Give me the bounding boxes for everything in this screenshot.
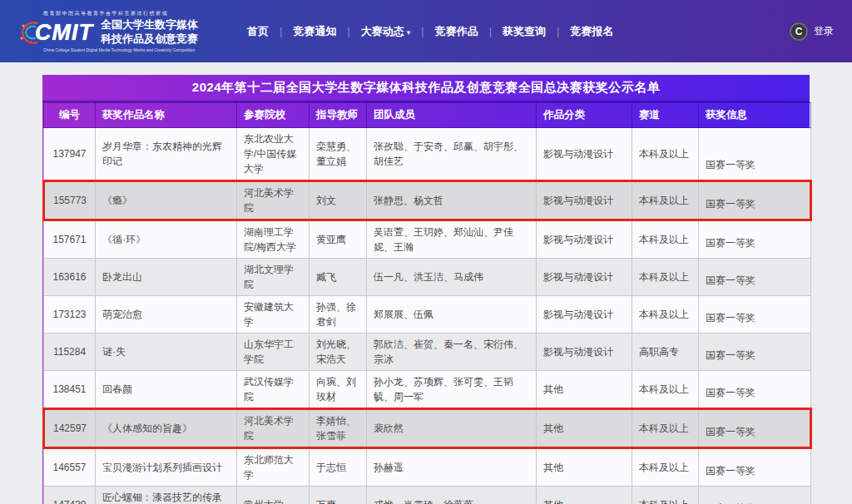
awards-table-card: 2024年第十二届全国大学生数字媒体科技作品及创意竞赛全国总决赛获奖公示名单 编… — [42, 75, 810, 504]
column-header: 编号 — [44, 103, 96, 128]
cell-members: 张静思、杨文哲 — [367, 181, 537, 220]
cell-teachers: 刘光晓、宋浩天 — [310, 334, 367, 371]
table-row: 137947岁月华章：东农精神的光辉印记东北农业大学/中国传媒大学栾慧勇、董立娟… — [44, 128, 811, 181]
page-content: 2024年第十二届全国大学生数字媒体科技作品及创意竞赛全国总决赛获奖公示名单 编… — [0, 75, 852, 504]
nav-item-5[interactable]: 获奖查询 — [492, 24, 557, 39]
column-header: 团队成员 — [367, 103, 537, 128]
cell-id: 115284 — [44, 334, 96, 371]
nav-item-4[interactable]: 竞赛作品 — [424, 24, 489, 39]
cell-teachers: 刘文 — [310, 181, 367, 220]
cell-track: 本科及以上 — [632, 487, 699, 504]
cell-members: 郭欣洁、崔贺、秦一名、宋衍伟、宗冰 — [367, 334, 537, 371]
cell-members: 张孜聪、于安奇、邱赢、胡宇彤、胡佳艺 — [367, 128, 537, 181]
cell-award: 国赛一等奖 — [699, 371, 811, 409]
cell-award: 国赛一等奖 — [699, 296, 811, 334]
cell-track: 本科及以上 — [632, 181, 699, 220]
cell-school: 常州大学 — [237, 487, 310, 504]
table-row: 155773《瘾》河北美术学院刘文张静思、杨文哲影视与动漫设计本科及以上国赛一等… — [44, 181, 811, 220]
cell-category: 影视与动漫设计 — [537, 259, 632, 296]
cell-members: 孙小龙、苏项辉、张可雯、王韬毓、周一军 — [367, 371, 537, 409]
cell-teachers: 栾慧勇、董立娟 — [310, 128, 367, 181]
column-header: 指导教师 — [310, 103, 367, 128]
cell-track: 高职高专 — [632, 334, 699, 371]
cell-track: 本科及以上 — [632, 371, 699, 409]
cell-award: 国赛一等奖 — [699, 487, 811, 504]
cell-track: 本科及以上 — [632, 448, 699, 487]
cell-members: 伍一凡、洪玉洁、马成伟 — [367, 259, 537, 296]
cell-members: 戎烨、肖震琦、徐薇薇 — [367, 487, 537, 504]
logo-swirl-icon — [18, 18, 40, 47]
cell-work: 岁月华章：东农精神的光辉印记 — [96, 128, 237, 181]
table-row: 142597《人体感知的旨趣》河北美术学院李婧怡、张雪菲裴欣然其他本科及以上国赛… — [44, 409, 811, 448]
nav-item-1[interactable]: 首页 — [236, 24, 280, 39]
cell-award: 国赛一等奖 — [699, 128, 811, 181]
cell-id: 142597 — [44, 409, 96, 448]
cell-teachers: 向琬、刘玫材 — [310, 371, 367, 409]
cell-school: 山东华宇工学院 — [237, 334, 310, 371]
cell-school: 河北美术学院 — [237, 409, 310, 448]
cell-award: 国赛一等奖 — [699, 334, 811, 371]
cell-school: 湖北文理学院 — [237, 259, 310, 296]
cell-school: 河北美术学院 — [237, 181, 310, 220]
login-button[interactable]: C 登录 — [790, 22, 834, 41]
cell-work: 宝贝漫游计划系列插画设计 — [96, 448, 237, 487]
table-row: 173123萌宠治愈安徽建筑大学孙强、徐君剑郑展展、伍佩影视与动漫设计本科及以上… — [44, 296, 811, 334]
cell-school: 东北师范大学 — [237, 448, 310, 487]
main-nav: 首页|竞赛通知|大赛动态▾|竞赛作品|获奖查询|竞赛报名 — [236, 24, 624, 39]
cell-id: 137947 — [44, 128, 96, 181]
cell-teachers: 于志恒 — [310, 448, 367, 487]
table-row: 115284谜·失山东华宇工学院刘光晓、宋浩天郭欣洁、崔贺、秦一名、宋衍伟、宗冰… — [44, 334, 811, 371]
column-header: 参赛院校 — [237, 103, 310, 128]
table-row: 146557宝贝漫游计划系列插画设计东北师范大学于志恒孙赫遥其他本科及以上国赛一… — [44, 448, 811, 487]
cell-school: 安徽建筑大学 — [237, 296, 310, 334]
site-logo[interactable]: 教育部中国高等教育学会学科竞赛排行榜赛项 CMIT 全国大学生数字媒体 科技作品… — [18, 10, 198, 52]
cell-teachers: 李婧怡、张雪菲 — [310, 409, 367, 448]
column-header: 获奖作品名称 — [96, 103, 237, 128]
cell-school: 东北农业大学/中国传媒大学 — [237, 128, 310, 181]
nav-item-3[interactable]: 大赛动态▾ — [350, 24, 422, 39]
table-title: 2024年第十二届全国大学生数字媒体科技作品及创意竞赛全国总决赛获奖公示名单 — [42, 75, 810, 102]
table-row: 147439匠心螺钿：漆器技艺的传承与创新常州大学万爽戎烨、肖震琦、徐薇薇其他本… — [44, 487, 811, 504]
cell-category: 影视与动漫设计 — [537, 181, 632, 220]
cell-teachers: 臧飞 — [310, 259, 367, 296]
cell-work: 回春颜 — [96, 371, 237, 409]
cell-teachers: 孙强、徐君剑 — [310, 296, 367, 334]
cell-award: 国赛一等奖 — [699, 448, 811, 487]
cell-award: 国赛一等奖 — [699, 181, 811, 220]
table-row: 163616卧龙出山湖北文理学院臧飞伍一凡、洪玉洁、马成伟影视与动漫设计本科及以… — [44, 259, 811, 296]
cell-award: 国赛一等奖 — [699, 259, 811, 296]
cell-track: 本科及以上 — [632, 409, 699, 448]
site-header: 教育部中国高等教育学会学科竞赛排行榜赛项 CMIT 全国大学生数字媒体 科技作品… — [0, 0, 852, 62]
table-row: 138451回春颜武汉传媒学院向琬、刘玫材孙小龙、苏项辉、张可雯、王韬毓、周一军… — [44, 371, 811, 409]
table-head: 编号获奖作品名称参赛院校指导教师团队成员作品分类赛道获奖信息 — [44, 103, 811, 128]
login-label[interactable]: 登录 — [814, 24, 834, 38]
cell-category: 其他 — [537, 409, 632, 448]
nav-item-6[interactable]: 竞赛报名 — [559, 24, 624, 39]
column-header: 获奖信息 — [699, 103, 811, 128]
cell-track: 本科及以上 — [632, 128, 699, 181]
cell-work: 《循·环》 — [96, 220, 237, 259]
cell-teachers: 万爽 — [310, 487, 367, 504]
cell-id: 147439 — [44, 487, 96, 504]
cell-id: 138451 — [44, 371, 96, 409]
cell-id: 157671 — [44, 220, 96, 259]
cell-award: 国赛一等奖 — [699, 220, 811, 259]
cell-work: 《瘾》 — [96, 181, 237, 220]
cell-track: 本科及以上 — [632, 296, 699, 334]
column-header: 赛道 — [632, 103, 699, 128]
cell-work: 《人体感知的旨趣》 — [96, 409, 237, 448]
cell-category: 影视与动漫设计 — [537, 334, 632, 371]
header-row: 编号获奖作品名称参赛院校指导教师团队成员作品分类赛道获奖信息 — [44, 103, 811, 128]
cell-id: 173123 — [44, 296, 96, 334]
login-avatar-icon[interactable]: C — [790, 22, 808, 41]
cell-work: 卧龙出山 — [96, 259, 237, 296]
cell-track: 本科及以上 — [632, 259, 699, 296]
chevron-down-icon: ▾ — [407, 28, 411, 37]
logo-ministry-text: 教育部中国高等教育学会学科竞赛排行榜赛项 — [43, 10, 198, 17]
cell-category: 影视与动漫设计 — [537, 296, 632, 334]
column-header: 作品分类 — [537, 103, 632, 128]
table-row: 157671《循·环》湖南理工学院/梅西大学黄亚鹰吴语萱、王玥婷、郑汕汕、尹佳妮… — [44, 220, 811, 259]
cell-category: 其他 — [537, 371, 632, 409]
nav-item-2[interactable]: 竞赛通知 — [282, 24, 347, 39]
cell-category: 影视与动漫设计 — [537, 128, 632, 181]
